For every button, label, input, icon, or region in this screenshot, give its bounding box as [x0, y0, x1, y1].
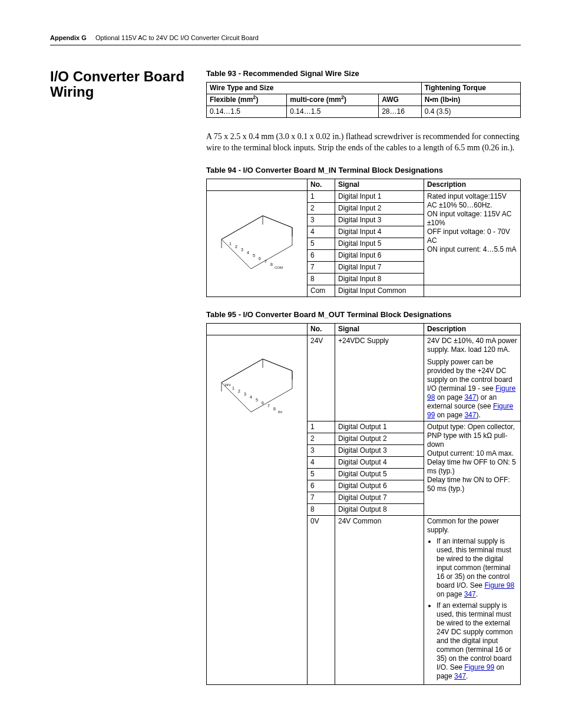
t93-awg: 28…16: [379, 106, 422, 118]
figure98-link[interactable]: Figure 98: [484, 581, 514, 589]
t95-24v-desc: 24V DC ±10%, 40 mA power supply. Max. lo…: [424, 335, 521, 421]
t95-image-cell: 24V 1 2 3 4 5 6 7 8 0V: [207, 335, 308, 685]
svg-text:7: 7: [267, 404, 270, 408]
svg-text:7: 7: [265, 259, 267, 263]
t93-h-multi: multi-core (mm2): [287, 94, 379, 106]
t94-r0-sig: Digital Input 1: [335, 190, 424, 202]
table95: No. Signal Description 24V 1: [206, 323, 521, 685]
page347-link[interactable]: 347: [464, 590, 476, 598]
table94: No. Signal Description 1 2: [206, 179, 521, 297]
t94-img-header: [207, 179, 308, 190]
t95-img-header: [207, 324, 308, 335]
t94-image-cell: 1 2 3 4 5 6 7 8 COM: [207, 190, 308, 297]
svg-text:8: 8: [273, 407, 276, 411]
t94-h-desc: Description: [424, 179, 521, 190]
section-heading: I/O Converter Board Wiring: [50, 69, 206, 100]
t94-h-signal: Signal: [335, 179, 424, 190]
svg-text:24V: 24V: [224, 383, 231, 387]
svg-text:3: 3: [241, 248, 243, 252]
terminal-block-icon: 1 2 3 4 5 6 7 8 COM: [216, 210, 298, 275]
page347-link[interactable]: 347: [464, 393, 476, 401]
t93-h-torque: Tightening Torque: [421, 83, 520, 94]
svg-text:6: 6: [262, 401, 264, 405]
table93-caption: Table 93 - Recommended Signal Wire Size: [206, 69, 521, 78]
t95-0v-desc: Common for the power supply. If an inter…: [424, 516, 521, 685]
content-column: Table 93 - Recommended Signal Wire Size …: [206, 69, 521, 698]
t94-desc: Rated input voltage:115V AC ±10% 50…60Hz…: [424, 190, 521, 285]
svg-text:5: 5: [253, 253, 255, 258]
t95-h-desc: Description: [424, 324, 521, 335]
table93: Wire Type and Size Tightening Torque Fle…: [206, 82, 521, 118]
page-header: Appendix G Optional 115V AC to 24V DC I/…: [50, 34, 521, 45]
t94-h-no: No.: [308, 179, 335, 190]
t93-torque: 0.4 (3.5): [421, 106, 520, 118]
t94-r0-no: 1: [308, 190, 335, 202]
t95-24v-sig: +24VDC Supply: [335, 335, 424, 421]
svg-text:3: 3: [244, 392, 246, 396]
terminal-block-icon: 24V 1 2 3 4 5 6 7 8 0V: [216, 353, 298, 418]
appendix-label: Appendix G: [50, 34, 87, 41]
table94-caption: Table 94 - I/O Converter Board M_IN Term…: [206, 166, 521, 175]
svg-text:2: 2: [235, 245, 237, 249]
svg-text:COM: COM: [275, 266, 283, 269]
t95-h-no: No.: [308, 324, 335, 335]
t93-h-awg: AWG: [379, 94, 422, 106]
page347-link[interactable]: 347: [454, 672, 466, 680]
t93-h-torqueunit: N•m (lb•in): [421, 94, 520, 106]
svg-text:6: 6: [259, 256, 261, 261]
t93-flex: 0.14…1.5: [207, 106, 287, 118]
table95-caption: Table 95 - I/O Converter Board M_OUT Ter…: [206, 310, 521, 319]
t93-h-wiretype: Wire Type and Size: [207, 83, 422, 94]
t95-h-signal: Signal: [335, 324, 424, 335]
body-paragraph: A 75 x 2.5 x 0.4 mm (3.0 x 0.1 x 0.02 in…: [206, 131, 521, 154]
page347-link[interactable]: 347: [464, 411, 476, 419]
svg-text:2: 2: [238, 389, 240, 393]
t93-multi: 0.14…1.5: [287, 106, 379, 118]
svg-text:4: 4: [250, 395, 252, 399]
header-title: Optional 115V AC to 24V DC I/O Converter…: [95, 34, 259, 41]
svg-text:1: 1: [232, 386, 234, 390]
svg-text:8: 8: [270, 262, 273, 266]
figure99-link[interactable]: Figure 99: [464, 663, 494, 671]
t95-outputs-desc: Output type: Open collector, PNP type wi…: [424, 421, 521, 516]
svg-text:5: 5: [256, 398, 258, 402]
t93-h-flex: Flexible (mm2): [207, 94, 287, 106]
svg-text:4: 4: [247, 251, 249, 255]
svg-text:0V: 0V: [278, 410, 282, 414]
svg-text:1: 1: [229, 242, 232, 246]
t95-24v-no: 24V: [308, 335, 335, 421]
